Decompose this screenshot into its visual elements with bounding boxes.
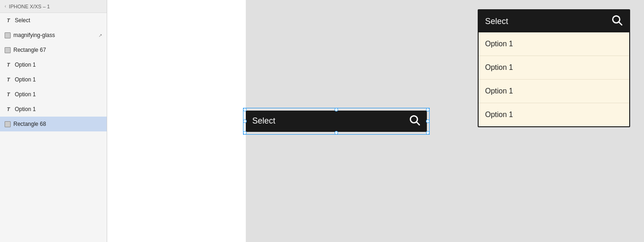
- rect-icon: [5, 47, 11, 53]
- sidebar-item-label: Rectangle 68: [13, 121, 102, 127]
- sidebar-header-title: IPHONE X/XS – 1: [9, 4, 50, 9]
- sidebar-item-option-1a[interactable]: TOption 1: [0, 57, 107, 72]
- search-icon-dropdown: [611, 14, 623, 29]
- sidebar-item-magnifying-glass[interactable]: magnifying-glass↗: [0, 28, 107, 43]
- rect-icon: [5, 121, 11, 127]
- svg-line-3: [619, 22, 622, 25]
- sidebar-item-label: Option 1: [15, 91, 102, 98]
- select-widget[interactable]: Select: [246, 111, 427, 132]
- dropdown-options-container: Option 1Option 1Option 1Option 1: [479, 32, 629, 126]
- select-bar[interactable]: Select: [246, 111, 427, 132]
- sidebar-item-label: Option 1: [15, 76, 102, 83]
- dropdown-option-1[interactable]: Option 1: [479, 32, 629, 56]
- sidebar-item-select[interactable]: TSelect: [0, 13, 107, 28]
- canvas-page-left: [107, 0, 246, 242]
- page-divider: [427, 0, 464, 242]
- sidebar-items-container: TSelectmagnifying-glass↗Rectangle 67TOpt…: [0, 13, 107, 131]
- chevron-left-icon: ‹: [5, 4, 6, 9]
- dropdown-option-3[interactable]: Option 1: [479, 80, 629, 103]
- sidebar-item-label: magnifying-glass: [13, 32, 97, 38]
- dropdown-option-4[interactable]: Option 1: [479, 103, 629, 126]
- external-link-icon: ↗: [98, 33, 102, 38]
- sidebar-item-rectangle-68[interactable]: Rectangle 68: [0, 117, 107, 131]
- right-panel: Select Option 1Option 1Option 1Option 1: [464, 0, 644, 242]
- text-icon: T: [5, 91, 12, 98]
- rect-icon: [5, 32, 11, 38]
- sidebar-item-label: Option 1: [15, 62, 102, 68]
- text-icon: T: [5, 61, 12, 68]
- sidebar-item-rectangle-67[interactable]: Rectangle 67: [0, 43, 107, 57]
- sidebar-item-label: Select: [15, 17, 102, 24]
- text-icon: T: [5, 105, 12, 113]
- sidebar-item-option-1c[interactable]: TOption 1: [0, 87, 107, 102]
- svg-line-1: [417, 122, 419, 125]
- select-bar-label: Select: [252, 116, 275, 126]
- dropdown-header[interactable]: Select: [479, 10, 629, 32]
- dropdown-preview: Select Option 1Option 1Option 1Option 1: [478, 9, 630, 127]
- dropdown-header-label: Select: [485, 17, 508, 26]
- sidebar-item-label: Rectangle 67: [13, 47, 102, 53]
- sidebar-item-option-1d[interactable]: TOption 1: [0, 102, 107, 117]
- search-icon: [408, 114, 420, 128]
- sidebar: ‹ IPHONE X/XS – 1 TSelectmagnifying-glas…: [0, 0, 107, 242]
- sidebar-item-option-1b[interactable]: TOption 1: [0, 72, 107, 87]
- canvas-area: Select: [107, 0, 464, 242]
- text-icon: T: [5, 17, 12, 24]
- canvas-inner: Select: [246, 0, 427, 242]
- sidebar-item-label: Option 1: [15, 106, 102, 112]
- sidebar-header: ‹ IPHONE X/XS – 1: [0, 0, 107, 13]
- text-icon: T: [5, 76, 12, 83]
- dropdown-option-2[interactable]: Option 1: [479, 56, 629, 80]
